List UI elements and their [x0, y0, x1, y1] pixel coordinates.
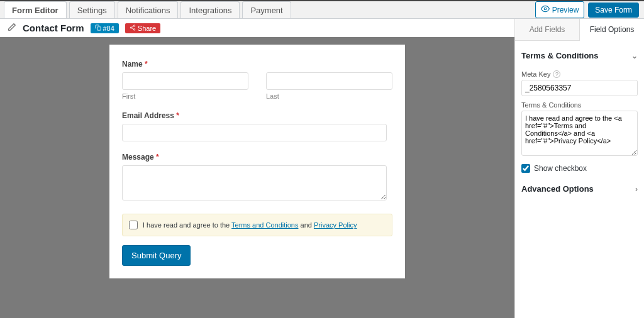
- eye-icon: [541, 4, 550, 15]
- show-checkbox-toggle[interactable]: [521, 164, 530, 173]
- terms-conditions-section[interactable]: Terms & Conditions ⌄: [521, 46, 638, 65]
- meta-key-input[interactable]: [521, 80, 638, 96]
- tc-textarea[interactable]: I have read and agree to the <a href="#"…: [521, 111, 638, 156]
- submit-button[interactable]: Submit Query: [122, 245, 191, 266]
- advanced-options-section[interactable]: Advanced Options ›: [521, 179, 638, 199]
- form-card: Name * First Last Email Address *: [109, 45, 405, 278]
- id-badge[interactable]: #84: [91, 23, 119, 33]
- chevron-down-icon: ⌄: [631, 52, 638, 60]
- chevron-right-icon: ›: [635, 185, 638, 194]
- share-icon: [130, 25, 136, 32]
- name-field[interactable]: Name * First Last: [122, 60, 392, 100]
- email-field[interactable]: Email Address *: [122, 111, 392, 141]
- message-textarea[interactable]: [122, 165, 387, 200]
- terms-link[interactable]: Terms and Conditions: [231, 221, 298, 229]
- consent-field[interactable]: I have read and agree to the Terms and C…: [122, 214, 392, 236]
- svg-point-0: [544, 8, 547, 10]
- tab-settings[interactable]: Settings: [69, 1, 115, 18]
- last-sublabel: Last: [266, 92, 392, 100]
- last-name-input[interactable]: [266, 72, 392, 90]
- consent-text: I have read and agree to the Terms and C…: [143, 221, 357, 229]
- name-label: Name *: [122, 60, 392, 69]
- first-name-input[interactable]: [122, 72, 248, 90]
- form-title[interactable]: Contact Form: [23, 23, 84, 33]
- email-input[interactable]: [122, 124, 387, 141]
- top-tabs: Form Editor Settings Notifications Integ…: [0, 1, 294, 18]
- canvas: Name * First Last Email Address *: [0, 37, 514, 318]
- save-button[interactable]: Save Form: [588, 3, 639, 18]
- svg-rect-1: [97, 26, 100, 30]
- svg-point-4: [133, 28, 135, 30]
- tab-integrations[interactable]: Integrations: [180, 1, 240, 18]
- share-badge[interactable]: Share: [125, 23, 160, 33]
- tab-payment[interactable]: Payment: [242, 1, 291, 18]
- panel-tab-add-fields[interactable]: Add Fields: [515, 19, 580, 41]
- advanced-section-title: Advanced Options: [521, 184, 594, 194]
- svg-point-3: [130, 26, 132, 28]
- help-icon[interactable]: ?: [553, 70, 560, 78]
- share-badge-text: Share: [138, 25, 156, 32]
- preview-label: Preview: [552, 6, 579, 14]
- tc-textarea-label: Terms & Conditions: [521, 101, 638, 109]
- show-checkbox-label: Show checkbox: [534, 164, 587, 173]
- consent-checkbox[interactable]: [129, 221, 138, 229]
- message-label: Message *: [122, 153, 392, 162]
- meta-key-label: Meta Key ?: [521, 70, 638, 78]
- tab-notifications[interactable]: Notifications: [118, 1, 179, 18]
- svg-point-2: [133, 25, 135, 26]
- id-badge-text: #84: [103, 25, 114, 32]
- preview-button[interactable]: Preview: [535, 1, 585, 18]
- tab-form-editor[interactable]: Form Editor: [4, 1, 67, 18]
- copy-icon: [95, 25, 101, 32]
- message-field[interactable]: Message *: [122, 153, 392, 202]
- panel-tab-field-options[interactable]: Field Options: [580, 19, 644, 41]
- first-sublabel: First: [122, 92, 248, 100]
- privacy-link[interactable]: Privacy Policy: [314, 221, 357, 229]
- email-label: Email Address *: [122, 111, 392, 120]
- pencil-icon[interactable]: [8, 23, 16, 33]
- terms-section-title: Terms & Conditions: [521, 51, 599, 60]
